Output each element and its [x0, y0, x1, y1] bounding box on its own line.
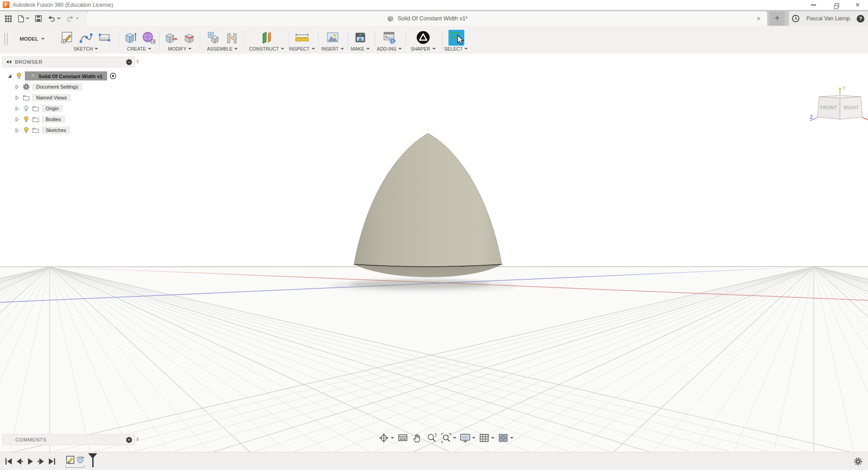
x-axis-indicator — [863, 118, 868, 121]
press-pull-button[interactable] — [163, 29, 179, 46]
shaper-button[interactable] — [415, 29, 431, 46]
fit-button[interactable] — [440, 432, 457, 444]
browser-row-sketches[interactable]: Sketches — [14, 126, 70, 135]
expander-closed-icon[interactable] — [14, 84, 20, 90]
insert-button[interactable] — [325, 29, 341, 46]
new-document-button[interactable]: + — [769, 11, 785, 26]
browser-item-label[interactable]: Bodies — [42, 116, 65, 123]
addins-menu[interactable]: ADD-INS — [374, 46, 404, 52]
timeline-play-button[interactable] — [26, 457, 34, 465]
activate-component-radio[interactable] — [109, 72, 117, 80]
browser-root-label[interactable]: Solid Of Constant Width v1 — [25, 71, 107, 80]
profile-area: Pascal Van Lierop ? — [789, 11, 868, 26]
visibility-bulb-icon[interactable] — [23, 116, 30, 123]
make-button[interactable] — [352, 29, 368, 46]
joint-button[interactable] — [224, 29, 240, 46]
timeline-go-to-end-button[interactable] — [48, 457, 56, 465]
restore-button[interactable] — [829, 0, 844, 10]
document-cube-icon — [387, 15, 394, 23]
browser-item-label[interactable]: Document Settings — [32, 83, 82, 90]
canvas-3d-viewport[interactable]: BROWSER − ‖ Solid Of Constant Width v1 D… — [0, 53, 868, 452]
browser-item-label[interactable]: Sketches — [42, 127, 70, 134]
comments-resize-grip[interactable]: ‖ — [137, 437, 139, 442]
browser-row-document-settings[interactable]: Document Settings — [14, 82, 82, 91]
expander-open-icon[interactable] — [6, 73, 13, 80]
comments-panel-header[interactable]: COMMENTS + — [3, 435, 135, 445]
press-pull-icon — [163, 29, 179, 46]
expander-closed-icon[interactable] — [14, 127, 20, 134]
timeline-sketch-feature[interactable] — [66, 456, 75, 464]
view-cube[interactable]: FRONT RIGHT Y Z X — [809, 85, 868, 130]
browser-item-label[interactable]: Named Views — [32, 94, 71, 101]
file-menu-button[interactable] — [17, 14, 30, 24]
addins-button[interactable] — [381, 29, 397, 46]
construct-plane-icon — [259, 29, 275, 46]
select-menu[interactable]: SELECT — [443, 46, 469, 52]
browser-row-named-views[interactable]: Named Views — [14, 93, 71, 102]
document-tab[interactable]: Solid Of Constant Width v1* × — [87, 11, 767, 26]
solid-body[interactable] — [354, 133, 502, 267]
folder-icon — [32, 105, 39, 112]
visibility-bulb-icon[interactable] — [23, 127, 30, 134]
add-comment-button[interactable]: + — [126, 437, 132, 443]
minimize-button[interactable] — [806, 0, 821, 10]
redo-button[interactable] — [65, 14, 80, 23]
construct-plane-button[interactable] — [259, 29, 275, 46]
create-form-button[interactable] — [141, 29, 157, 46]
browser-resize-grip[interactable]: ‖ — [137, 59, 139, 64]
rectangle-button[interactable] — [96, 29, 113, 46]
construct-menu[interactable]: CONSTRUCT — [246, 46, 288, 52]
insert-menu[interactable]: INSERT — [319, 46, 347, 52]
orbit-button[interactable] — [378, 432, 394, 444]
modify-menu[interactable]: MODIFY — [161, 46, 199, 52]
new-component-button[interactable] — [205, 29, 222, 46]
browser-root-row[interactable]: Solid Of Constant Width v1 — [6, 71, 117, 80]
grid-settings-button[interactable] — [478, 432, 495, 444]
workspace-selector[interactable]: MODEL — [14, 33, 51, 45]
extrude-button[interactable] — [122, 29, 138, 46]
inspect-menu[interactable]: INSPECT — [288, 46, 316, 52]
expander-closed-icon[interactable] — [14, 94, 20, 101]
browser-panel-header[interactable]: BROWSER − — [3, 57, 135, 67]
save-button[interactable] — [34, 14, 43, 23]
app-grid-button[interactable] — [4, 14, 13, 24]
spline-button[interactable] — [78, 29, 94, 46]
shaper-menu[interactable]: SHAPER — [406, 46, 440, 52]
look-at-button[interactable] — [397, 432, 409, 444]
collapse-panel-icon[interactable] — [6, 60, 12, 64]
close-button[interactable]: × — [850, 0, 865, 10]
visibility-bulb-icon[interactable] — [15, 72, 23, 80]
job-status-clock-icon[interactable] — [792, 14, 800, 23]
expander-closed-icon[interactable] — [14, 105, 20, 112]
fillet-button[interactable] — [181, 29, 198, 46]
timeline-step-forward-button[interactable] — [37, 457, 45, 465]
timeline-go-to-start-button[interactable] — [5, 457, 13, 465]
tab-close-button[interactable]: × — [755, 14, 763, 23]
assemble-menu[interactable]: ASSEMBLE — [202, 46, 243, 52]
timeline-settings-gear-button[interactable] — [854, 457, 863, 466]
visibility-bulb-off-icon[interactable] — [23, 105, 30, 112]
browser-row-bodies[interactable]: Bodies — [14, 115, 65, 124]
timeline-revolve-feature[interactable] — [75, 456, 85, 465]
create-sketch-button[interactable] — [59, 29, 75, 46]
measure-button[interactable] — [293, 29, 311, 46]
sketch-menu[interactable]: SKETCH — [54, 46, 118, 52]
toolbar-drag-handle[interactable] — [4, 33, 8, 45]
make-menu[interactable]: MAKE — [347, 46, 373, 52]
timeline-playhead[interactable] — [92, 454, 94, 467]
group-label: CREATE — [127, 46, 146, 52]
solid-of-constant-width[interactable] — [354, 133, 502, 277]
create-menu[interactable]: CREATE — [120, 46, 158, 52]
undo-button[interactable] — [47, 14, 61, 23]
user-profile-button[interactable]: Pascal Van Lierop — [804, 15, 852, 22]
timeline-step-back-button[interactable] — [15, 457, 24, 465]
browser-row-origin[interactable]: Origin — [14, 104, 63, 113]
pan-button[interactable] — [411, 432, 423, 444]
viewports-button[interactable] — [497, 432, 514, 444]
zoom-button[interactable] — [426, 432, 438, 444]
expander-closed-icon[interactable] — [14, 116, 20, 123]
display-settings-button[interactable] — [459, 432, 476, 444]
browser-item-label[interactable]: Origin — [42, 105, 63, 112]
browser-collapse-button[interactable]: − — [126, 59, 132, 65]
help-button[interactable]: ? — [857, 15, 864, 23]
